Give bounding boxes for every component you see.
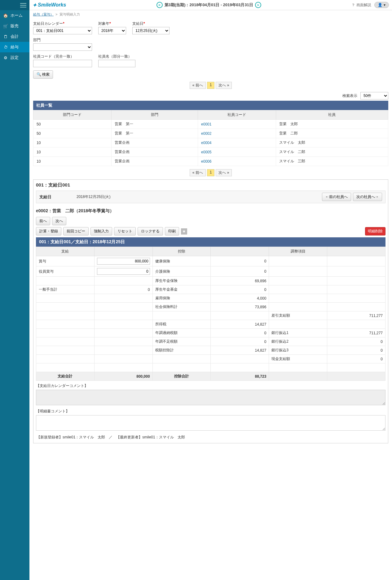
results-per-page-select[interactable]: 50件 bbox=[360, 92, 388, 99]
paydate-select[interactable]: 12月25日(火) bbox=[132, 27, 170, 34]
sidebar-item-label: 販売 bbox=[11, 23, 19, 29]
pager-next[interactable]: 次へ » bbox=[216, 82, 232, 89]
table-row[interactable]: 50営業 第一e0002営業 二郎 bbox=[33, 129, 388, 138]
empname-label: 社員名（部分一致） bbox=[98, 54, 135, 59]
delete-detail-button[interactable]: 明細削除 bbox=[365, 227, 385, 235]
pay-label bbox=[36, 294, 95, 303]
pager-prev[interactable]: « 前へ bbox=[190, 82, 206, 89]
help-link[interactable]: ？ 画面解説 bbox=[351, 2, 371, 8]
pay-input[interactable] bbox=[97, 268, 150, 275]
clock-icon: ⏱ bbox=[3, 45, 8, 50]
print-button[interactable]: 印刷 bbox=[165, 227, 179, 235]
calc-row: 現金支給額0 bbox=[36, 355, 385, 363]
empname-input[interactable] bbox=[98, 60, 135, 67]
sidebar-top bbox=[0, 0, 29, 10]
ded-label: 厚生年金基金 bbox=[152, 285, 211, 294]
employee-code-link[interactable]: e0005 bbox=[198, 147, 276, 157]
calc-row: 厚生年金保険69,896 bbox=[36, 277, 385, 285]
user-menu-button[interactable]: 👤 ▾ bbox=[374, 2, 389, 8]
table-cell: 営業 二郎 bbox=[276, 129, 388, 138]
adj-value bbox=[327, 266, 385, 277]
user-icon: 👤 bbox=[378, 3, 382, 7]
breadcrumb-current: 賞与明細入力 bbox=[59, 12, 80, 16]
ded-value: 73,896 bbox=[211, 303, 269, 311]
sidebar-item-gear[interactable]: ⚙設定 bbox=[0, 52, 29, 63]
pay-label bbox=[36, 337, 95, 346]
star-icon[interactable]: ★ bbox=[181, 228, 187, 235]
pay-label: 一般手当計 bbox=[36, 285, 95, 294]
pager-next-2[interactable]: 次へ » bbox=[216, 169, 232, 176]
sidebar-item-label: 給与 bbox=[11, 44, 19, 50]
employee-code-link[interactable]: e0004 bbox=[198, 138, 276, 147]
calc-header bbox=[94, 247, 152, 256]
calc-row: 社会保険料計73,896 bbox=[36, 303, 385, 311]
copy-prev-button[interactable]: 前回コピー bbox=[63, 227, 89, 235]
prev-button[interactable]: 前へ bbox=[36, 217, 50, 225]
pay-label bbox=[36, 346, 95, 355]
table-row[interactable]: 10営業企画e0004スマイル 太郎 bbox=[33, 138, 388, 147]
next-button[interactable]: 次へ bbox=[52, 217, 66, 225]
sidebar-item-cart[interactable]: 🛒販売 bbox=[0, 21, 29, 31]
breadcrumb-link[interactable]: 給与（賞与） bbox=[33, 12, 54, 16]
lock-button[interactable]: ロックする bbox=[138, 227, 163, 235]
sidebar-item-home[interactable]: 🏠ホーム bbox=[0, 10, 29, 21]
table-row[interactable]: 10営業企画e0006スマイル 三郎 bbox=[33, 157, 388, 166]
search-button[interactable]: 🔍 検索 bbox=[33, 70, 53, 79]
pay-value[interactable] bbox=[94, 266, 152, 277]
calc-header: 調整項目 bbox=[269, 247, 327, 256]
logo-icon: ✦ bbox=[33, 2, 37, 8]
detail-comment-area[interactable] bbox=[36, 415, 385, 431]
sidebar: 🏠ホーム🛒販売🗒会計⏱給与⚙設定 bbox=[0, 0, 29, 580]
employee-detail-title: e0002：営業 二郎（2018年冬季賞与） bbox=[36, 208, 385, 214]
detail-paydate-label: 支給日 bbox=[39, 194, 77, 200]
calc-row: 賞与健康保険0 bbox=[36, 256, 385, 266]
pay-input[interactable] bbox=[97, 258, 150, 265]
adj-value: 0 bbox=[327, 355, 385, 363]
empcode-input[interactable] bbox=[33, 60, 92, 67]
table-row[interactable]: 10営業企画e0005スマイル 二郎 bbox=[33, 147, 388, 157]
menu-toggle-icon[interactable] bbox=[20, 3, 26, 7]
detail-paydate-value: 2018年12月25日(火) bbox=[77, 194, 110, 200]
ded-value bbox=[211, 355, 269, 363]
period-prev-icon[interactable]: < bbox=[156, 2, 163, 8]
employee-code-link[interactable]: e0001 bbox=[198, 120, 276, 129]
ded-label: 厚生年金保険 bbox=[152, 277, 211, 285]
dept-select[interactable] bbox=[33, 43, 92, 51]
calc-header-bar: 001：支給日001／支給日：2018年12月25日 bbox=[36, 237, 385, 247]
calc-row: 差引支給額711,277 bbox=[36, 311, 385, 320]
breadcrumb: 給与（賞与） > 賞与明細入力 bbox=[29, 10, 392, 19]
employee-code-link[interactable]: e0006 bbox=[198, 157, 276, 166]
employee-table: 部門コード部門社員コード社員 50営業 第一e0001営業 太郎50営業 第一e… bbox=[33, 110, 388, 166]
pager-bottom: « 前へ 1 次へ » bbox=[33, 169, 388, 176]
ded-label: 社会保険料計 bbox=[152, 303, 211, 311]
force-input-button[interactable]: 強制入力 bbox=[90, 227, 112, 235]
table-row[interactable]: 50営業 第一e0001営業 太郎 bbox=[33, 120, 388, 129]
ded-value: 69,896 bbox=[211, 277, 269, 285]
logo-text: SmileWorks bbox=[38, 2, 66, 8]
calc-header bbox=[327, 247, 385, 256]
calc-register-button[interactable]: 計算・登録 bbox=[36, 227, 61, 235]
calendar-select[interactable]: 001：支給日001 bbox=[33, 27, 92, 34]
table-cell: 営業企画 bbox=[111, 157, 198, 166]
ded-value: 0 bbox=[211, 266, 269, 277]
paydate-label: 支給日 bbox=[132, 21, 143, 26]
pager-prev-2[interactable]: « 前へ bbox=[190, 169, 206, 176]
next-employee-button[interactable]: 次の社員へ→ bbox=[353, 193, 382, 201]
reset-button[interactable]: リセット bbox=[114, 227, 136, 235]
ded-label bbox=[152, 355, 211, 363]
sidebar-item-calc[interactable]: 🗒会計 bbox=[0, 31, 29, 42]
pay-label bbox=[36, 303, 95, 311]
topbar: ✦ SmileWorks < 第3期(当期)：2018年04月01日 - 201… bbox=[29, 0, 392, 10]
prev-employee-button[interactable]: ←前の社員へ bbox=[322, 193, 351, 201]
table-header: 部門 bbox=[111, 110, 198, 120]
pay-label bbox=[36, 320, 95, 329]
year-select[interactable]: 2018年 bbox=[98, 27, 126, 34]
pager-page-1[interactable]: 1 bbox=[207, 82, 215, 89]
sidebar-item-clock[interactable]: ⏱給与 bbox=[0, 42, 29, 52]
help-icon: ？ bbox=[351, 2, 355, 8]
employee-code-link[interactable]: e0002 bbox=[198, 129, 276, 138]
pager-page-1-b[interactable]: 1 bbox=[207, 169, 215, 176]
table-header: 社員 bbox=[276, 110, 388, 120]
pay-value[interactable] bbox=[94, 256, 152, 266]
period-next-icon[interactable]: > bbox=[255, 2, 261, 8]
